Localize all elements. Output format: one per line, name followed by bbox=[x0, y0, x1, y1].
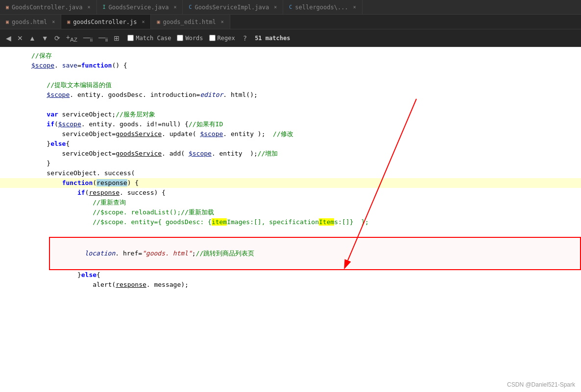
match-case-checkbox[interactable] bbox=[127, 35, 134, 41]
tab-label-1: GoodsService.java bbox=[109, 4, 169, 11]
tab2-close-1[interactable]: × bbox=[142, 19, 145, 24]
regex-label: Regex bbox=[218, 35, 235, 42]
tab2-goods-html[interactable]: ▣ goods.html × bbox=[0, 15, 61, 29]
editor-container: //保存 $scope. save=function() { //提取文本编辑器… bbox=[0, 47, 581, 392]
tab-bar-second: ▣ goods.html × ▣ goodsController.js × ▣ … bbox=[0, 15, 581, 29]
code-line-13: serviceObject. success( bbox=[0, 168, 581, 178]
code-line-4: //提取文本编辑器的值 bbox=[0, 80, 581, 90]
tab-sellergoods[interactable]: C sellergoods\... × bbox=[283, 0, 362, 14]
tab2-icon-2: ▣ bbox=[157, 19, 160, 24]
code-line-16: //重新查询 bbox=[0, 198, 581, 208]
find-refresh-button[interactable]: ⟳ bbox=[52, 33, 62, 43]
code-line-11: serviceObject=goodsService. add( $scope.… bbox=[0, 149, 581, 159]
watermark: CSDN @Daniel521-Spark bbox=[507, 381, 575, 388]
code-line-1: //保存 bbox=[0, 51, 581, 61]
code-line-21: alert(response. message); bbox=[0, 280, 581, 290]
find-matches: 51 matches bbox=[255, 35, 290, 42]
tab2-label-2: goods_edit.html bbox=[163, 19, 216, 25]
find-filter-b[interactable]: —ii bbox=[97, 32, 110, 44]
code-line-20: }else{ bbox=[0, 270, 581, 280]
tab-label-3: sellergoods\... bbox=[295, 4, 348, 11]
tab-close-2[interactable]: × bbox=[274, 4, 277, 10]
find-option-words[interactable]: Words bbox=[177, 35, 203, 42]
tab2-icon-1: ▣ bbox=[67, 19, 70, 24]
tab-goods-service-java[interactable]: I GoodsService.java × bbox=[97, 0, 183, 14]
find-filter-a[interactable]: —ii bbox=[81, 32, 95, 44]
tab-label-0: GoodsController.java bbox=[12, 4, 83, 11]
code-line-10: }else{ bbox=[0, 139, 581, 149]
tab-goods-controller-java[interactable]: ▣ GoodsController.java × bbox=[0, 0, 97, 14]
code-line-17: //$scope. reloadList();//重新加载 bbox=[0, 208, 581, 217]
code-line-15: if(response. success) { bbox=[0, 188, 581, 198]
tab2-goods-edit-html[interactable]: ▣ goods_edit.html × bbox=[151, 15, 230, 29]
tab-goods-service-impl-java[interactable]: C GoodsServiceImpl.java × bbox=[183, 0, 283, 14]
tab-close-1[interactable]: × bbox=[173, 4, 176, 10]
tab-close-0[interactable]: × bbox=[88, 4, 91, 10]
tab2-close-0[interactable]: × bbox=[52, 19, 55, 24]
tab-bar-top: ▣ GoodsController.java × I GoodsService.… bbox=[0, 0, 581, 15]
find-option-match-case[interactable]: Match Case bbox=[127, 35, 171, 42]
find-back-button[interactable]: ◀ bbox=[4, 33, 13, 43]
find-up-button[interactable]: ▲ bbox=[27, 33, 38, 43]
code-editor[interactable]: //保存 $scope. save=function() { //提取文本编辑器… bbox=[0, 47, 581, 392]
words-label: Words bbox=[185, 35, 203, 42]
tab-icon-0: ▣ bbox=[6, 4, 9, 10]
find-option-regex[interactable]: Regex bbox=[209, 35, 235, 42]
tab-label-2: GoodsServiceImpl.java bbox=[194, 4, 269, 11]
tab2-icon-0: ▣ bbox=[6, 19, 9, 24]
find-options: Match Case Words Regex ? bbox=[127, 33, 249, 43]
code-line-2: $scope. save=function() { bbox=[0, 61, 581, 70]
tab-icon-1: I bbox=[103, 4, 106, 10]
code-line-12: } bbox=[0, 159, 581, 168]
tab2-label-1: goodsController.js bbox=[73, 19, 137, 25]
code-line-5: $scope. entity. goodsDesc. introduction=… bbox=[0, 90, 581, 100]
regex-checkbox[interactable] bbox=[209, 35, 216, 41]
code-line-18: //$scope. entity={ goodsDesc: {itemImage… bbox=[0, 217, 581, 227]
match-case-label: Match Case bbox=[136, 35, 171, 42]
tab2-goodscontroller-js[interactable]: ▣ goodsController.js × bbox=[61, 15, 151, 29]
code-line-9: serviceObject=goodsService. update( $sco… bbox=[0, 129, 581, 139]
code-line-6 bbox=[0, 100, 581, 110]
code-line-location: location. href="goods. html";//跳转到商品列表页 bbox=[0, 237, 581, 270]
code-line-8: if($scope. entity. goods. id!=null) {//如… bbox=[0, 119, 581, 129]
tab2-label-0: goods.html bbox=[12, 19, 47, 25]
tab-icon-2: C bbox=[189, 4, 192, 10]
find-add-button[interactable]: +AZ bbox=[64, 32, 79, 44]
find-toolbar: ◀ ✕ ▲ ▼ ⟳ +AZ —ii —ii ⊞ Match Case Words… bbox=[0, 29, 581, 47]
code-line-3 bbox=[0, 70, 581, 80]
code-line-7: var serviceObject;//服务层对象 bbox=[0, 110, 581, 119]
find-down-button[interactable]: ▼ bbox=[40, 33, 50, 43]
tab2-close-2[interactable]: × bbox=[221, 19, 224, 24]
find-help-button[interactable]: ? bbox=[241, 33, 249, 43]
tab-icon-3: C bbox=[289, 4, 292, 10]
code-line-14: function(response) { bbox=[0, 178, 581, 188]
find-close-button[interactable]: ✕ bbox=[15, 33, 25, 43]
code-line-19 bbox=[0, 227, 581, 237]
words-checkbox[interactable] bbox=[177, 35, 183, 41]
find-filter-icon[interactable]: ⊞ bbox=[112, 33, 121, 43]
tab-close-3[interactable]: × bbox=[353, 4, 356, 10]
